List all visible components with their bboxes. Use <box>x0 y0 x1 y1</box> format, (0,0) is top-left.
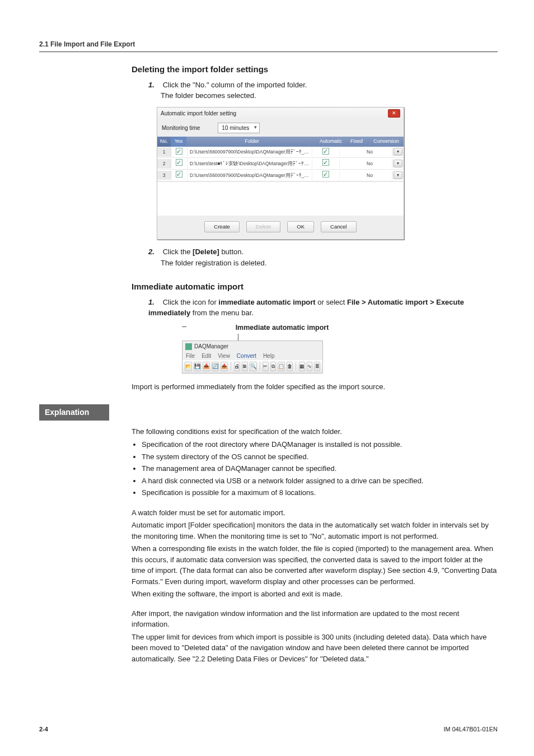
toolbar-icon-cut[interactable]: ✂ <box>263 362 269 371</box>
cancel-button[interactable]: Cancel <box>321 221 357 232</box>
toolbar-icon-print[interactable]: 🖨 <box>234 362 240 371</box>
check-icon <box>322 171 329 178</box>
step-2-sub: The folder registration is deleted. <box>161 258 498 269</box>
bullet-3: The management area of DAQManager cannot… <box>142 463 498 474</box>
toolbar-icon-paste[interactable]: 📋 <box>278 362 285 371</box>
bullet-4: A hard disk connected via USB or a netwo… <box>142 475 498 487</box>
table-row[interactable]: 2D:\Users\test■ｷﾞﾚ実験\Desktop\DAQManager用… <box>157 158 404 170</box>
close-icon[interactable]: ✕ <box>388 109 400 118</box>
row-conversion: No <box>365 159 392 169</box>
step-2-text-a: Click the <box>163 248 193 256</box>
row-folder: D:\Users\test■ｷﾞﾚ実験\Desktop\DAQManager用ﾃ… <box>188 159 312 169</box>
delete-button[interactable]: Delete <box>246 221 280 232</box>
toolbar-separator-3 <box>296 362 296 370</box>
explanation-label: Explanation <box>39 404 109 421</box>
menu-view[interactable]: View <box>218 352 230 360</box>
toolbar-icon-open[interactable]: 📂 <box>185 362 192 371</box>
import-folder-dialog: Automatic import folder setting ✕ Monito… <box>157 107 404 240</box>
toolbar-icon-find[interactable]: 🔍 <box>250 362 257 371</box>
row-no[interactable]: 2 <box>157 159 171 169</box>
callout-label: Immediate automatic import <box>236 323 329 333</box>
step-2-text: Click the [Delete] button. <box>163 248 244 256</box>
step-number-1: 1. <box>148 80 161 91</box>
toolbar-icon-wave[interactable]: ∿ <box>307 362 313 371</box>
page-number: 2-4 <box>39 725 48 734</box>
expl-p1: A watch folder must be set for automatic… <box>132 507 498 519</box>
expl-p2: Automatic import [Folder specification] … <box>132 520 498 542</box>
toolbar-icon-immediate-import[interactable]: 🔄 <box>212 362 219 371</box>
expl-p3: When a corresponding file exists in the … <box>132 543 498 587</box>
col-folder: Folder <box>186 137 317 147</box>
ok-button[interactable]: OK <box>287 221 314 232</box>
row-dropdown[interactable]: ▾ <box>392 171 404 179</box>
bullet-1: Specification of the root directory wher… <box>142 439 498 450</box>
expl-intro: The following conditions exist for speci… <box>132 426 498 437</box>
toolbar-icon-export[interactable]: 📤 <box>221 362 228 371</box>
toolbar-separator-2 <box>260 362 260 370</box>
table-row[interactable]: 3D:\Users\5600097900\Desktop\DAQManager用… <box>157 170 404 181</box>
expl-p4: When exiting the software, the import is… <box>132 589 498 600</box>
row-yes-checkbox[interactable] <box>171 147 188 158</box>
row-auto-checkbox[interactable] <box>312 148 340 157</box>
chevron-down-icon: ▾ <box>394 148 402 156</box>
toolbar-icon-grid[interactable]: ▦ <box>299 362 305 371</box>
imm-t-c: or select <box>316 298 347 306</box>
menu-edit[interactable]: Edit <box>202 352 211 360</box>
row-yes-checkbox[interactable] <box>171 158 188 169</box>
expl-p5: After import, the navigation window info… <box>132 608 498 630</box>
col-automatic: Automatic <box>317 137 344 147</box>
toolbar-icon-delete[interactable]: 🗑 <box>287 362 293 371</box>
check-icon <box>176 159 182 166</box>
step-2-text-bold: [Delete] <box>193 248 219 256</box>
imm-t-a: Click the icon for <box>163 298 219 306</box>
row-dropdown[interactable]: ▾ <box>392 148 404 156</box>
toolbar-icon-copy[interactable]: ⧉ <box>270 362 277 371</box>
menu-convert[interactable]: Convert <box>237 352 256 360</box>
toolbar-icon-import[interactable]: 📥 <box>203 362 210 371</box>
table-row[interactable]: 1D:\Users\5600097900\Desktop\DAQManager用… <box>157 147 404 158</box>
check-icon <box>176 171 182 178</box>
check-icon <box>322 159 329 166</box>
app-title: DAQManager <box>194 342 228 351</box>
step-number-2: 2. <box>148 246 161 258</box>
heading-deleting: Deleting the import folder settings <box>132 63 498 76</box>
toolbar-icon-preview[interactable]: 🗎 <box>242 362 248 371</box>
row-auto-checkbox[interactable] <box>312 159 340 168</box>
col-conversion: Conversion <box>369 137 404 147</box>
bullet-2: The system directory of the OS cannot be… <box>142 451 498 463</box>
bullet-5: Specification is possible for a maximum … <box>142 487 498 498</box>
row-conversion: No <box>365 147 392 157</box>
toolbar-icon-list[interactable]: ≣ <box>314 362 320 371</box>
create-button[interactable]: Create <box>204 221 240 232</box>
step-1-sub: The folder becomes selected. <box>161 90 498 101</box>
row-conversion: No <box>365 171 392 180</box>
heading-immediate: Immediate automatic import <box>132 281 498 293</box>
row-yes-checkbox[interactable] <box>171 170 188 181</box>
toolbar-separator <box>231 362 231 370</box>
monitoring-time-label: Monitoring time <box>162 124 200 132</box>
running-header: 2.1 File Import and File Export <box>39 39 498 52</box>
imm-step-number: 1. <box>148 297 161 308</box>
app-icon <box>185 343 192 350</box>
row-no[interactable]: 1 <box>157 147 171 157</box>
imm-t-e: from the menu bar. <box>190 309 254 317</box>
col-yes: Yes <box>171 137 186 147</box>
imm-step-text: Click the icon for immediate automatic i… <box>148 298 464 318</box>
row-auto-checkbox[interactable] <box>312 171 340 180</box>
col-no: No. <box>157 137 171 147</box>
expl-p6: The upper limit for devices from which i… <box>132 632 498 665</box>
chevron-down-icon: ▾ <box>394 171 402 179</box>
row-no[interactable]: 3 <box>157 171 171 180</box>
import-performed-line: Import is performed immediately from the… <box>132 381 498 393</box>
toolbar-icon-save[interactable]: 💾 <box>194 362 201 371</box>
step-2-text-b: button. <box>219 248 243 256</box>
doc-id: IM 04L47B01-01EN <box>443 725 498 734</box>
chevron-down-icon: ▾ <box>394 160 402 167</box>
menu-file[interactable]: File <box>186 352 195 360</box>
step-1-text: Click the "No." column of the imported f… <box>163 81 307 89</box>
dialog-title: Automatic import folder setting <box>161 109 236 118</box>
menu-help[interactable]: Help <box>263 352 275 360</box>
check-icon <box>322 148 329 155</box>
row-dropdown[interactable]: ▾ <box>392 160 404 167</box>
monitoring-time-select[interactable]: 10 minutes <box>218 123 260 133</box>
